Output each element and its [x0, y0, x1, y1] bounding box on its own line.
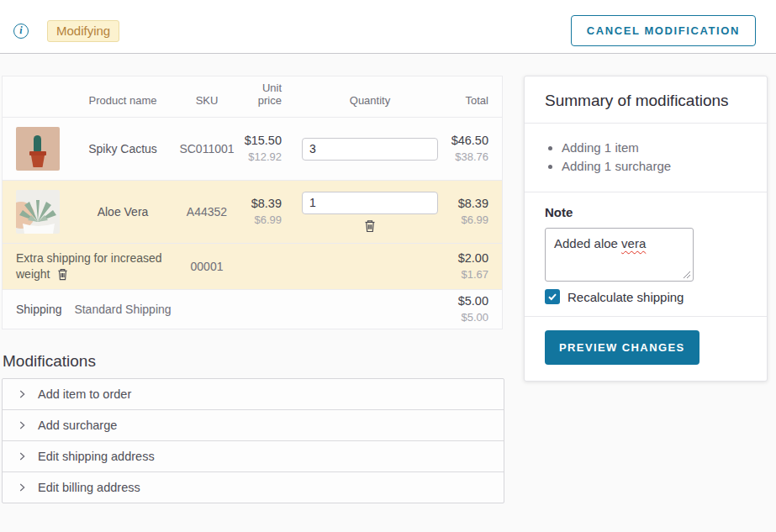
unit-price: $8.39	[251, 196, 282, 213]
note-label: Note	[545, 205, 747, 219]
total-cell: $5.00 $5.00	[446, 290, 502, 329]
remove-item-button[interactable]	[363, 219, 377, 233]
shipping-label: Shipping	[3, 290, 73, 329]
accordion-label: Add surcharge	[38, 419, 117, 432]
chevron-right-icon	[16, 450, 28, 462]
note-textarea[interactable]: Added aloe vera	[545, 228, 694, 282]
accordion-add-surcharge[interactable]: Add surcharge	[3, 409, 504, 440]
row-total-secondary: $38.76	[451, 150, 488, 165]
preview-changes-button[interactable]: PREVIEW CHANGES	[545, 330, 699, 365]
quantity-input[interactable]	[302, 192, 438, 214]
table-row-shipping: Shipping Standard Shipping $5.00 $5.00	[3, 289, 502, 329]
summary-column: Summary of modifications Adding 1 item A…	[524, 76, 768, 382]
note-section: Note Added aloe vera Recalculate shippin…	[525, 192, 767, 316]
order-items-table: Product name SKU Unit price Quantity Tot…	[2, 76, 503, 329]
row-total: $2.00	[458, 250, 488, 267]
info-icon[interactable]: i	[13, 24, 29, 39]
accordion-edit-shipping-address[interactable]: Edit shipping address	[3, 440, 504, 471]
modifications-title: Modifications	[2, 352, 503, 371]
accordion-label: Edit shipping address	[38, 450, 155, 463]
top-bar: i Modifying CANCEL MODIFICATION	[0, 0, 776, 54]
order-column: Product name SKU Unit price Quantity Tot…	[2, 76, 503, 503]
row-total: $46.50	[451, 133, 488, 150]
chevron-right-icon	[16, 482, 28, 493]
total-cell: $8.39 $6.99	[446, 181, 502, 243]
trash-icon	[363, 219, 377, 233]
table-row-aloe-vera: Aloe Vera A44352 $8.39 $6.99	[3, 180, 502, 243]
modifications-section: Modifications Add item to order Add surc…	[2, 352, 503, 503]
summary-bullet: Adding 1 surcharge	[562, 159, 747, 173]
unit-price-cell: $8.39 $6.99	[241, 181, 293, 243]
spiky-cactus-image	[16, 127, 60, 171]
summary-bullet-list: Adding 1 item Adding 1 surcharge	[525, 124, 767, 192]
row-total-secondary: $1.67	[458, 267, 488, 282]
header-unit-price: Unit price	[241, 76, 293, 117]
recalculate-shipping-label: Recalculate shipping	[567, 290, 684, 304]
empty-cell	[241, 290, 293, 329]
row-total: $8.39	[458, 196, 488, 213]
product-name: Spiky Cactus	[73, 118, 172, 180]
modifications-accordion: Add item to order Add surcharge Edit shi…	[2, 378, 504, 503]
surcharge-name-cell: Extra shipping for increased weight	[3, 244, 172, 289]
quantity-cell	[293, 118, 446, 180]
row-total-secondary: $5.00	[458, 310, 488, 325]
product-image-cell	[3, 181, 73, 243]
chevron-right-icon	[16, 419, 28, 431]
aloe-vera-image	[16, 190, 60, 234]
row-total-secondary: $6.99	[458, 213, 488, 228]
product-sku: SC011001	[172, 118, 241, 180]
unit-price-secondary: $12.92	[245, 150, 282, 165]
remove-surcharge-button[interactable]	[56, 267, 69, 281]
product-name: Aloe Vera	[73, 181, 172, 243]
trash-icon	[56, 267, 69, 281]
checkbox-checked-icon[interactable]	[545, 289, 560, 304]
resize-handle-icon[interactable]	[683, 271, 691, 279]
shipping-method: Standard Shipping	[73, 290, 172, 329]
header-total: Total	[446, 76, 502, 117]
table-row-surcharge: Extra shipping for increased weight 0000…	[3, 243, 502, 289]
accordion-add-item-to-order[interactable]: Add item to order	[3, 379, 504, 409]
summary-action-area: PREVIEW CHANGES	[525, 317, 767, 381]
summary-panel: Summary of modifications Adding 1 item A…	[524, 76, 768, 382]
empty-cell	[293, 244, 446, 289]
table-header-row: Product name SKU Unit price Quantity Tot…	[3, 76, 502, 117]
main-content: Product name SKU Unit price Quantity Tot…	[0, 54, 776, 503]
note-text: Added aloe	[554, 236, 621, 250]
empty-cell	[241, 244, 293, 289]
cancel-modification-button[interactable]: CANCEL MODIFICATION	[571, 15, 756, 46]
chevron-right-icon	[16, 388, 28, 400]
surcharge-sku: 00001	[172, 244, 241, 289]
accordion-label: Add item to order	[38, 387, 131, 401]
status-badge: Modifying	[47, 20, 119, 42]
surcharge-name: Extra shipping for increased weight	[16, 251, 162, 281]
empty-cell	[172, 290, 241, 329]
unit-price-secondary: $6.99	[251, 213, 282, 228]
accordion-edit-billing-address[interactable]: Edit billing address	[3, 471, 504, 503]
summary-title: Summary of modifications	[525, 76, 767, 123]
header-image-spacer	[3, 76, 73, 117]
recalculate-shipping-checkbox-row[interactable]: Recalculate shipping	[545, 289, 747, 304]
quantity-input[interactable]	[302, 138, 438, 161]
table-row-spiky-cactus: Spiky Cactus SC011001 $15.50 $12.92 $46.…	[3, 117, 502, 180]
product-sku: A44352	[172, 181, 241, 243]
accordion-label: Edit billing address	[38, 481, 140, 494]
empty-cell	[293, 290, 446, 329]
note-text-misspelled: vera	[621, 236, 646, 250]
quantity-cell	[293, 181, 446, 243]
header-product-name: Product name	[73, 76, 172, 117]
unit-price-cell: $15.50 $12.92	[241, 118, 293, 180]
header-sku: SKU	[172, 76, 241, 117]
product-image-cell	[3, 118, 73, 180]
summary-bullet: Adding 1 item	[562, 140, 747, 155]
total-cell: $2.00 $1.67	[446, 244, 502, 289]
row-total: $5.00	[458, 293, 488, 310]
total-cell: $46.50 $38.76	[446, 118, 502, 180]
unit-price: $15.50	[245, 133, 282, 150]
header-quantity: Quantity	[293, 76, 446, 117]
